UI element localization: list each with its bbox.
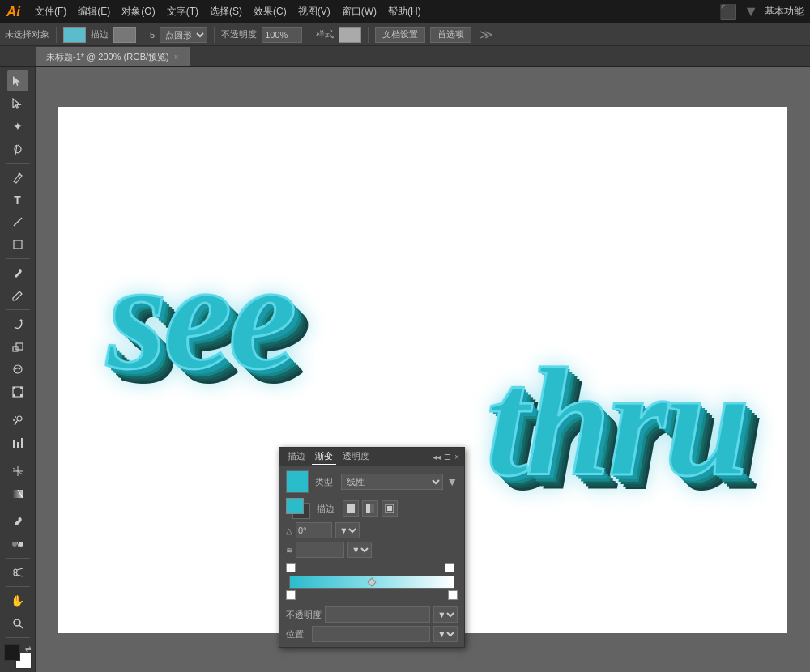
stroke-btn-3[interactable]: [382, 500, 398, 517]
pen-tool[interactable]: [7, 167, 28, 188]
angle-input[interactable]: [296, 522, 332, 538]
tab-title: 未标题-1* @ 200% (RGB/预览): [46, 51, 169, 63]
scale-tool[interactable]: [7, 336, 28, 357]
type-label: 类型: [315, 476, 338, 488]
opacity-input[interactable]: [262, 27, 302, 43]
color-swatches[interactable]: ⇄: [4, 644, 32, 669]
eyedropper-tool[interactable]: [7, 512, 28, 533]
symbol-sprayer-tool[interactable]: [7, 410, 28, 431]
menu-object[interactable]: 对象(O): [117, 3, 160, 20]
gradient-stop-right-top[interactable]: [445, 563, 454, 572]
menu-edit[interactable]: 编辑(E): [73, 3, 115, 20]
direct-selection-tool[interactable]: [7, 93, 28, 114]
thru-text: thru: [486, 358, 747, 489]
graph-tool[interactable]: [7, 432, 28, 453]
opacity-label: 不透明度: [221, 28, 257, 40]
gradient-stop-left-top[interactable]: [286, 563, 296, 572]
svg-rect-3: [14, 240, 22, 249]
gradient-midpoint[interactable]: [367, 577, 376, 586]
paintbrush-tool[interactable]: [7, 262, 28, 283]
gradient-tab[interactable]: 渐变: [312, 449, 336, 465]
svg-line-27: [17, 542, 19, 547]
location-select[interactable]: ▼: [433, 626, 458, 642]
menu-file[interactable]: 文件(F): [30, 3, 71, 20]
document-tab[interactable]: 未标题-1* @ 200% (RGB/预览) ×: [36, 47, 190, 66]
svg-point-13: [17, 416, 22, 421]
gradient-fill-tool[interactable]: [7, 483, 28, 504]
menu-select[interactable]: 选择(S): [205, 3, 247, 20]
workspace-label: 基本功能: [765, 5, 804, 19]
stroke-row: 描边: [286, 498, 458, 519]
menu-effect[interactable]: 效果(C): [249, 3, 292, 20]
panel-title-bar: 描边 渐变 透明度 ◂◂ ☰ ×: [279, 448, 464, 466]
stroke-tab[interactable]: 描边: [284, 449, 309, 465]
svg-point-15: [13, 419, 15, 421]
svg-rect-36: [370, 504, 374, 513]
menu-help[interactable]: 帮助(H): [383, 3, 426, 20]
gradient-stop-right-bottom[interactable]: [448, 590, 458, 600]
tab-close-btn[interactable]: ×: [174, 53, 179, 62]
location-row: 位置 ▼: [286, 626, 458, 642]
gradient-track[interactable]: [289, 576, 454, 589]
stroke-btn-1[interactable]: [343, 500, 359, 517]
foreground-color-swatch[interactable]: [4, 644, 20, 661]
menu-window[interactable]: 窗口(W): [337, 3, 382, 20]
pencil-tool[interactable]: [7, 285, 28, 306]
blend-tool[interactable]: [7, 534, 28, 555]
angle-row: △ ▼: [286, 522, 458, 538]
ratio-input[interactable]: [296, 542, 344, 558]
style-swatch[interactable]: [339, 27, 361, 43]
rotate-tool[interactable]: [7, 313, 28, 334]
panel-menu-icon[interactable]: ☰: [444, 453, 451, 461]
type-tool[interactable]: T: [7, 189, 28, 211]
zoom-tool[interactable]: [7, 613, 28, 634]
menu-type[interactable]: 文字(T): [162, 3, 203, 20]
selection-tool[interactable]: [7, 70, 28, 91]
opacity-track[interactable]: [325, 606, 430, 623]
svg-line-30: [17, 568, 23, 570]
doc-settings-btn[interactable]: 文档设置: [375, 27, 425, 43]
scissors-tool[interactable]: [7, 562, 28, 583]
app-logo: Ai: [6, 4, 20, 20]
point-shape-select[interactable]: 点圆形: [160, 27, 207, 43]
location-track[interactable]: [312, 626, 430, 642]
magic-wand-tool[interactable]: ✦: [7, 116, 28, 137]
panel-tabs: 描边 渐变 透明度: [284, 449, 373, 465]
canvas-area: see thru 描边 渐变 透明度 ◂◂ ☰ ×: [36, 67, 810, 672]
panel-collapse-icon[interactable]: ◂◂: [433, 453, 441, 461]
rectangle-tool[interactable]: [7, 234, 28, 255]
gradient-reverse-icon[interactable]: ▼: [446, 475, 458, 488]
svg-rect-19: [21, 438, 23, 448]
gradient-stop-left-bottom[interactable]: [286, 590, 296, 600]
transparency-tab[interactable]: 透明度: [339, 449, 373, 465]
stroke-panel-label: 描边: [317, 503, 339, 515]
panel-body: 类型 线性 ▼ 描边: [279, 466, 464, 647]
gradient-slider[interactable]: [286, 563, 458, 600]
lasso-tool[interactable]: [7, 138, 28, 159]
stroke-swatches[interactable]: [286, 498, 310, 519]
opacity-select[interactable]: ▼: [433, 606, 458, 623]
svg-rect-11: [13, 394, 15, 397]
stroke-btn-2[interactable]: [362, 500, 378, 517]
swap-colors-icon[interactable]: ⇄: [25, 644, 32, 653]
gradient-type-select[interactable]: 线性: [341, 474, 443, 490]
panel-close-icon[interactable]: ×: [454, 453, 459, 461]
more-options-icon[interactable]: ≫: [480, 27, 493, 42]
menu-view[interactable]: 视图(V): [293, 3, 335, 20]
hand-tool[interactable]: ✋: [7, 590, 28, 611]
svg-rect-10: [20, 387, 23, 389]
ratio-select[interactable]: ▼: [347, 542, 372, 558]
mesh-tool[interactable]: [7, 461, 28, 482]
svg-point-1: [18, 172, 20, 175]
free-transform-tool[interactable]: [7, 381, 28, 402]
gradient-preview-swatch[interactable]: [286, 470, 309, 493]
svg-rect-18: [17, 442, 19, 448]
angle-select[interactable]: ▼: [335, 522, 360, 538]
no-selection-label: 未选择对象: [5, 28, 49, 40]
fill-color-swatch[interactable]: [63, 27, 86, 43]
preferences-btn[interactable]: 首选项: [430, 27, 471, 43]
warp-tool[interactable]: [7, 359, 28, 380]
line-tool[interactable]: [7, 212, 28, 233]
opacity-row: 不透明度 ▼: [286, 606, 458, 623]
stroke-color-swatch[interactable]: [113, 27, 136, 43]
